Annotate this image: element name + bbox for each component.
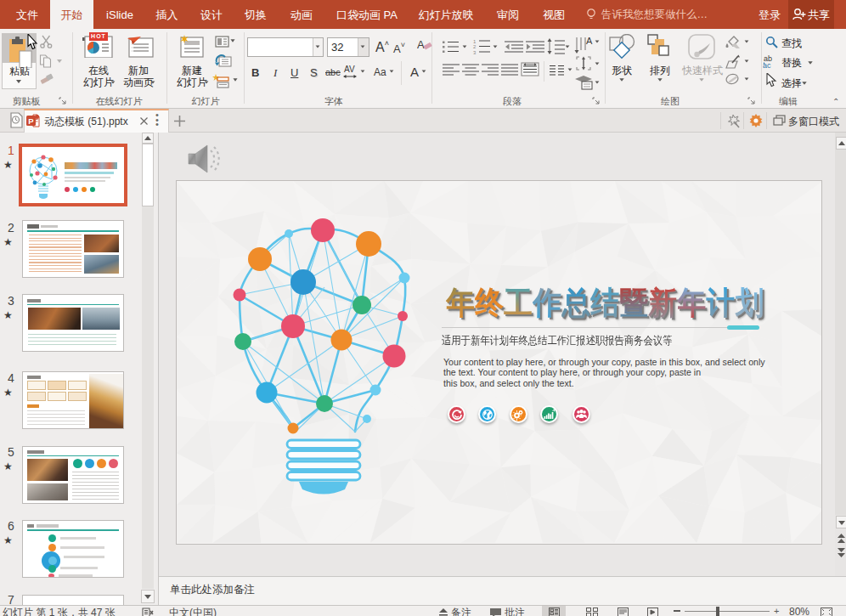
svg-text:2: 2 [473, 44, 477, 49]
svg-text:3: 3 [473, 50, 477, 55]
svg-text:A: A [586, 36, 593, 46]
svg-text:A: A [417, 38, 425, 51]
svg-text:ac: ac [763, 61, 771, 69]
svg-text:1: 1 [473, 39, 477, 44]
svg-text:P: P [28, 116, 34, 126]
